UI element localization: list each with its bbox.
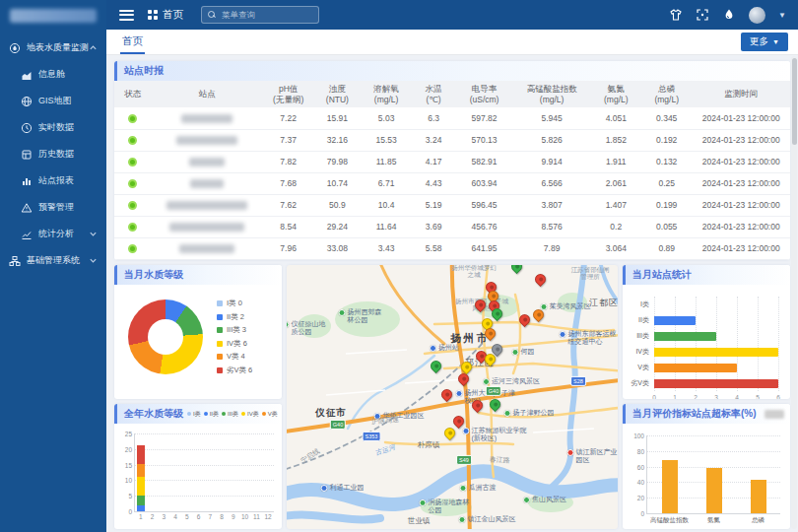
x-tick-label: 0 [652,394,656,399]
poi-icon [459,516,466,523]
map-poi-label: 利通工业园 [321,484,379,492]
poi-icon [287,321,290,328]
table-cell: 33.08 [313,237,361,259]
menu-collapse-icon[interactable] [119,10,134,21]
table-cell: 641.95 [455,237,512,259]
sidebar-item-realtime-data[interactable]: 实时数据 [0,114,106,141]
info-hub-icon [20,68,33,81]
poi-icon [512,349,519,356]
category-label: III类 [636,331,649,341]
table-cell: 11.64 [361,216,411,237]
table-cell: 9.914 [513,151,591,172]
sidebar-group-base-management-system[interactable]: 基础管理系统 [0,247,106,274]
y-tick-label: 10 [125,477,132,484]
table-row: 7.6250.910.45.19596.453.8071.4070.199202… [114,194,790,216]
x-tick-label: 4 [735,394,739,399]
table-cell: 3.24 [412,129,456,151]
table-cell: 0.192 [641,129,692,151]
grid-icon [148,10,158,20]
table-cell: 7.62 [263,194,313,216]
legend-item: I类 0 [217,299,252,308]
x-tick-label: 2 [151,513,155,520]
user-menu-chevron-icon[interactable]: ▼ [778,11,786,20]
x-tick-label: 1 [673,394,677,399]
poi-icon [420,499,427,506]
table-row: 7.9633.083.435.58641.957.893.0640.892024… [114,237,790,259]
panel-header: 站点时报 [114,61,790,81]
monthly-grade-panel: 当月水质等级 I类 0II类 2III类 3IV类 6V类 4劣V类 6 [114,265,282,399]
poi-icon [504,410,511,417]
sidebar-item-station-report[interactable]: 站点报表 [0,167,106,194]
map-label-road: 春江路 [489,455,509,464]
panel-title: 站点时报 [117,64,164,78]
more-button[interactable]: 更多 ▼ [741,33,788,51]
table-cell: 5.19 [412,194,456,216]
table-cell: 5.945 [513,107,591,129]
tab-home[interactable]: 首页 [120,30,145,54]
search-icon [208,11,216,19]
status-dot-online [128,158,137,166]
theme-shirt-icon[interactable] [669,8,683,22]
category-label: I类 [640,299,649,309]
map-poi-label: 运河三湾风景区 [483,377,540,385]
table-cell: 7.68 [263,172,313,194]
sidebar-group-water-quality-system[interactable]: 地表水质量监测系统 [0,34,106,61]
x-tick-label: 3 [163,513,166,520]
fullscreen-scan-icon[interactable] [696,8,709,22]
table-cell: 570.13 [455,129,512,151]
sidebar-item-gis-map[interactable]: GIS地图 [0,88,106,114]
legend-item: V类 4 [217,352,252,362]
table-cell: 7.89 [513,237,591,259]
table-cell: 1.407 [591,194,641,216]
user-avatar[interactable] [749,7,765,24]
table-row: 7.3732.1615.533.24570.135.8261.8520.1922… [114,129,790,151]
redacted-chip [765,410,784,419]
status-dot-online [128,244,137,253]
alert-icon [20,201,33,214]
gis-map[interactable]: 扬州市江都区邗江区仪征市扬州站何园运河三湾风景区扬州大学(扬子津校区)茱萸湾风景… [287,265,618,529]
flame-icon[interactable] [722,8,736,22]
topbar-actions: ▼ [669,7,798,24]
table-cell: 6.3 [412,107,456,129]
x-tick-label: 2 [694,394,698,399]
tabbar: 首页 更多 ▼ [106,30,798,55]
status-dot-online [128,179,137,188]
station-name-redacted [176,136,237,145]
stacked-bar-chart: 0510152025123456789101112 [134,433,274,512]
table-cell: 7.96 [263,237,313,259]
table-cell: 597.82 [455,107,512,129]
chevron-down-icon: ▼ [772,38,779,45]
station-name-redacted [169,223,244,232]
monitor-time-cell: 2024-01-23 12:00:00 [692,107,790,129]
sidebar-item-statistics-analysis[interactable]: 统计分析 [0,221,106,247]
table-cell: 0.89 [641,237,692,259]
poi-icon [339,309,346,316]
poi-icon [567,449,574,456]
sidebar-item-alert-management[interactable]: 预警管理 [0,194,106,221]
x-tick-label: 4 [173,513,177,520]
breadcrumb-home[interactable]: 首页 [148,8,183,22]
page-scrollbar [791,56,797,529]
donut-chart: I类 0II类 2III类 3IV类 6V类 4劣V类 6 [114,285,282,375]
menu-search [201,6,319,24]
sidebar-item-info-hub[interactable]: 信息舱 [0,61,106,88]
category-label: 总磷 [752,516,765,525]
bar [654,364,737,372]
table-cell: 3.43 [361,237,411,259]
scrollbar-thumb[interactable] [792,58,797,145]
bar [662,460,678,513]
sidebar-item-history-data[interactable]: 历史数据 [0,141,106,167]
sidebar-item-label: 信息舱 [38,68,99,81]
road-shield-chip: G40 [330,420,346,430]
table-cell: 8.54 [263,216,313,237]
column-header: 监测时间 [692,81,790,107]
annual-grade-panel: 全年水质等级 I类II类III类IV类V类劣V类 051015202512345… [114,404,282,529]
poi-icon [463,428,470,434]
search-input[interactable] [220,9,308,21]
bar-row: 劣V类 [654,375,778,391]
sidebar-item-label: GIS地图 [38,95,99,107]
column-header: 水温(℃) [412,81,456,107]
road-shield-chip: S49 [456,455,472,465]
x-tick-label: 12 [265,513,272,520]
map-poi-label: 焦山风景区 [523,496,566,503]
